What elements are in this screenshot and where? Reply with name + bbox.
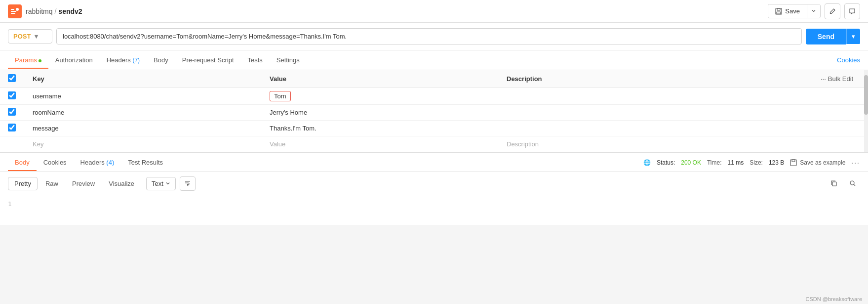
format-tab-pretty[interactable]: Pretty <box>8 177 38 190</box>
svg-rect-9 <box>832 182 836 186</box>
response-actions <box>827 176 860 191</box>
status-value: 200 OK <box>681 159 701 166</box>
response-body: 1 <box>0 195 868 225</box>
request-tabs-bar: Params Authorization Headers (7) Body Pr… <box>0 50 868 70</box>
top-bar-right: Save <box>768 3 860 19</box>
row-2-key[interactable]: roomName <box>33 109 270 116</box>
tab-body[interactable]: Body <box>147 51 175 69</box>
top-bar: rabbitmq / sendv2 Save <box>0 0 868 23</box>
method-select[interactable]: POST ▾ <box>8 29 52 43</box>
copy-icon-button[interactable] <box>827 176 841 191</box>
table-row: roomName Jerry's Home <box>0 105 868 121</box>
save-button[interactable]: Save <box>768 4 807 18</box>
row-checkbox <box>8 91 33 101</box>
breadcrumb-sep: / <box>54 7 56 15</box>
header-description: Description <box>507 75 821 83</box>
svg-rect-7 <box>790 160 796 166</box>
row-1-checkbox[interactable] <box>8 91 16 99</box>
svg-rect-0 <box>11 9 14 10</box>
cookies-link[interactable]: Cookies <box>837 56 860 64</box>
row-1-key[interactable]: username <box>33 92 270 100</box>
search-icon-button[interactable] <box>845 176 860 191</box>
header-key: Key <box>33 75 270 83</box>
params-table: Key Value Description ··· Bulk Edit user… <box>0 70 868 152</box>
tab-response-headers[interactable]: Headers (4) <box>74 154 121 171</box>
tab-headers[interactable]: Headers (7) <box>100 51 147 69</box>
save-dropdown-button[interactable] <box>807 4 820 18</box>
response-tabs-bar: Body Cookies Headers (4) Test Results 🌐 … <box>0 152 868 172</box>
row-3-checkbox[interactable] <box>8 124 16 131</box>
tab-response-cookies[interactable]: Cookies <box>37 154 74 171</box>
tab-tests[interactable]: Tests <box>241 51 270 69</box>
empty-description[interactable]: Description <box>507 140 860 148</box>
row-1-value-highlighted: Tom <box>270 91 291 101</box>
url-bar: POST ▾ Send ▾ <box>0 23 868 50</box>
bulk-edit-button[interactable]: ··· Bulk Edit <box>821 75 860 83</box>
svg-rect-1 <box>11 11 16 12</box>
table-row: message Thanks.I'm Tom. <box>0 121 868 136</box>
edit-button[interactable] <box>825 3 840 19</box>
comment-button[interactable] <box>844 3 860 19</box>
format-tab-raw[interactable]: Raw <box>39 177 64 190</box>
select-all-checkbox[interactable] <box>8 74 16 82</box>
vertical-scrollbar[interactable] <box>864 70 868 152</box>
status-label: Status: <box>657 159 675 166</box>
breadcrumb-current: sendv2 <box>58 7 82 15</box>
empty-table-row: Key Value Description <box>0 136 868 152</box>
wrap-icon-button[interactable] <box>180 176 196 191</box>
breadcrumb-parent[interactable]: rabbitmq <box>26 7 52 15</box>
format-tab-visualize[interactable]: Visualize <box>103 177 140 190</box>
size-label: Size: <box>750 159 763 166</box>
save-btn-group: Save <box>768 4 821 18</box>
more-button[interactable]: ··· <box>851 159 860 167</box>
tab-prerequest[interactable]: Pre-request Script <box>175 51 241 69</box>
top-bar-left: rabbitmq / sendv2 <box>8 4 82 18</box>
header-checkbox-col <box>8 74 33 84</box>
tab-settings[interactable]: Settings <box>270 51 307 69</box>
time-label: Time: <box>707 159 722 166</box>
scrollbar-thumb[interactable] <box>864 75 868 115</box>
time-value: 11 ms <box>728 159 744 166</box>
format-tab-preview[interactable]: Preview <box>66 177 101 190</box>
table-row: username Tom <box>0 88 868 105</box>
svg-point-10 <box>850 181 854 185</box>
empty-value[interactable]: Value <box>270 140 507 148</box>
status-bar: 🌐 Status: 200 OK Time: 11 ms Size: 123 B… <box>643 159 860 167</box>
row-1-value[interactable]: Tom <box>270 91 507 101</box>
send-dropdown-button[interactable]: ▾ <box>846 29 860 44</box>
svg-rect-6 <box>777 12 781 14</box>
size-value: 123 B <box>769 159 784 166</box>
tab-test-results[interactable]: Test Results <box>121 154 170 171</box>
row-checkbox <box>8 124 33 133</box>
params-section: Key Value Description ··· Bulk Edit user… <box>0 70 868 152</box>
row-2-checkbox[interactable] <box>8 108 16 116</box>
method-chevron: ▾ <box>35 33 38 40</box>
footer-credit: CSDN @breaksoftware <box>806 296 862 302</box>
header-value: Value <box>270 75 507 83</box>
send-btn-group: Send ▾ <box>806 29 860 44</box>
row-3-key[interactable]: message <box>33 125 270 132</box>
response-toolbar: Pretty Raw Preview Visualize Text <box>0 172 868 195</box>
breadcrumb: rabbitmq / sendv2 <box>26 7 82 15</box>
send-button[interactable]: Send <box>806 29 846 44</box>
row-3-value[interactable]: Thanks.I'm Tom. <box>270 125 507 132</box>
empty-key[interactable]: Key <box>33 140 270 148</box>
svg-rect-2 <box>11 13 15 14</box>
row-checkbox <box>8 108 33 117</box>
tab-response-body[interactable]: Body <box>8 154 37 171</box>
text-format-select[interactable]: Text <box>146 177 176 190</box>
row-2-value[interactable]: Jerry's Home <box>270 109 507 116</box>
app-logo <box>8 4 22 18</box>
tab-authorization[interactable]: Authorization <box>48 51 100 69</box>
method-label: POST <box>13 33 31 40</box>
save-example-button[interactable]: Save as example <box>790 159 845 166</box>
svg-rect-8 <box>792 160 795 162</box>
svg-point-3 <box>16 8 19 11</box>
globe-icon: 🌐 <box>643 159 651 166</box>
tab-params[interactable]: Params <box>8 51 48 69</box>
url-input[interactable] <box>56 28 802 44</box>
line-number: 1 <box>8 199 18 221</box>
svg-rect-5 <box>777 8 780 10</box>
table-header: Key Value Description ··· Bulk Edit <box>0 70 868 88</box>
